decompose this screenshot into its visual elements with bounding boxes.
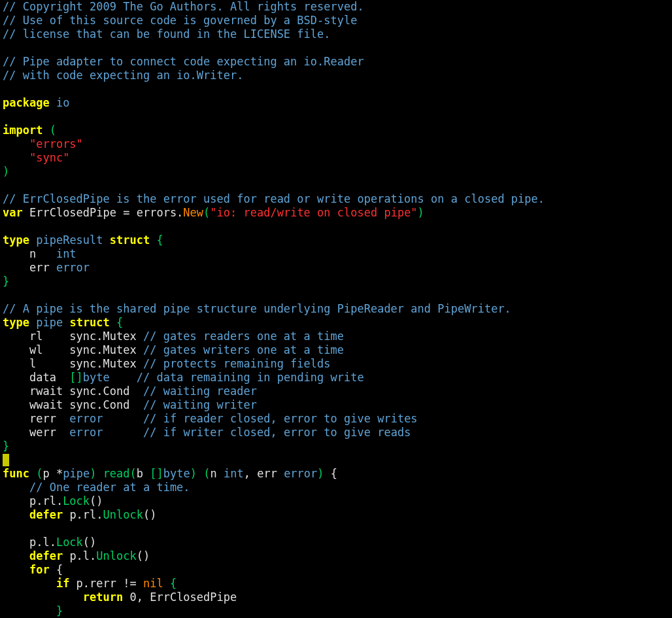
code-token: New [183, 206, 203, 219]
code-token: // One reader at a time. [29, 481, 190, 494]
code-token: ) [190, 467, 197, 480]
code-token: () [90, 494, 103, 507]
code-token: { [116, 316, 123, 329]
code-token [3, 604, 56, 617]
code-token: ( [130, 467, 137, 480]
code-token: // with code expecting an io.Writer. [3, 69, 243, 82]
code-token: ) [3, 165, 9, 178]
code-token: // if writer closed, error to give reads [143, 426, 411, 439]
code-token: p.rerr != [69, 577, 143, 590]
code-token: [] [150, 467, 163, 480]
code-token: () [137, 549, 150, 562]
code-token: Lock [63, 494, 90, 507]
code-token: p.l. [3, 536, 56, 549]
code-token: defer [29, 549, 63, 562]
code-token [3, 563, 29, 576]
code-token: p.rl. [3, 494, 63, 507]
code-token: ( [36, 467, 42, 480]
code-token: ) [317, 467, 324, 480]
code-token [42, 124, 49, 137]
code-token [3, 591, 83, 604]
code-token: // Pipe adapter to connect code expectin… [3, 55, 364, 68]
code-token: () [143, 508, 156, 521]
code-token [163, 577, 170, 590]
code-token: "io: read/write on closed pipe" [210, 206, 417, 219]
code-token: nil [143, 577, 163, 590]
code-token: werr [3, 426, 69, 439]
code-token: // waiting writer [143, 398, 257, 411]
code-token: defer [29, 508, 63, 521]
code-token [50, 96, 56, 109]
code-token: for [29, 563, 50, 576]
code-token: ( [50, 124, 56, 137]
code-token [103, 233, 110, 247]
code-token: "errors" [29, 137, 83, 150]
code-token: byte [163, 467, 190, 480]
code-token [103, 412, 143, 425]
code-token: error [56, 261, 90, 274]
code-token: } [3, 439, 9, 453]
code-token: package [3, 96, 50, 109]
code-token [110, 371, 137, 384]
code-token: // protects remaining fields [143, 357, 331, 370]
code-token [3, 137, 29, 150]
code-token [29, 233, 36, 247]
code-token: // ErrClosedPipe is the error used for r… [3, 192, 545, 205]
code-token: p.rl. [63, 508, 103, 521]
code-token: b [137, 467, 150, 480]
code-token: error [284, 467, 317, 480]
code-token: func [3, 467, 29, 480]
cursor [3, 454, 9, 466]
code-token: n [210, 467, 224, 480]
code-token: Unlock [103, 508, 143, 521]
code-token: ( [203, 467, 210, 480]
code-token: ) [90, 467, 96, 480]
code-token: { [324, 467, 337, 480]
code-token: // gates readers one at a time [143, 330, 344, 343]
code-token: () [83, 536, 96, 549]
code-token: pipeResult [36, 233, 103, 247]
code-token: pipe [36, 316, 63, 329]
code-token: Lock [56, 536, 83, 549]
code-token: { [156, 233, 163, 247]
code-token [3, 577, 56, 590]
code-token: p * [42, 467, 63, 480]
code-token: rl sync.Mutex [3, 330, 143, 343]
code-token [3, 508, 29, 521]
code-token: } [56, 604, 63, 617]
code-token: return [83, 591, 123, 604]
code-token: read [103, 467, 130, 480]
code-token: , err [244, 467, 284, 480]
code-token: Unlock [96, 549, 136, 562]
code-token: wl sync.Mutex [3, 343, 143, 356]
code-token [150, 233, 156, 247]
code-token: ErrClosedPipe = errors. [23, 206, 184, 219]
code-editor[interactable]: // Copyright 2009 The Go Authors. All ri… [0, 0, 672, 618]
code-token [3, 481, 29, 494]
code-token: type [3, 233, 29, 247]
code-token: // A pipe is the shared pipe structure u… [3, 302, 511, 315]
code-token: int [56, 247, 76, 260]
code-token: // waiting reader [143, 385, 257, 398]
code-token: ) [418, 206, 424, 219]
code-token: // gates writers one at a time [143, 343, 344, 356]
code-token: pipe [63, 467, 90, 480]
code-token: wwait sync.Cond [3, 398, 143, 411]
code-token: // Use of this source code is governed b… [3, 14, 357, 27]
code-token: io [56, 96, 69, 109]
code-token [63, 316, 69, 329]
code-token: struct [110, 233, 150, 247]
code-token: l sync.Mutex [3, 357, 143, 370]
code-token: "sync" [29, 151, 69, 164]
code-token: { [50, 563, 63, 576]
code-token: int [224, 467, 244, 480]
code-token: type [3, 316, 29, 329]
code-token [103, 426, 143, 439]
code-token [3, 151, 29, 164]
code-token: if [56, 577, 69, 590]
code-token: // Copyright 2009 The Go Authors. All ri… [3, 0, 364, 13]
code-token: import [3, 124, 42, 137]
code-token: struct [69, 316, 109, 329]
code-token: byte [83, 371, 110, 384]
code-token: // if reader closed, error to give write… [143, 412, 418, 425]
